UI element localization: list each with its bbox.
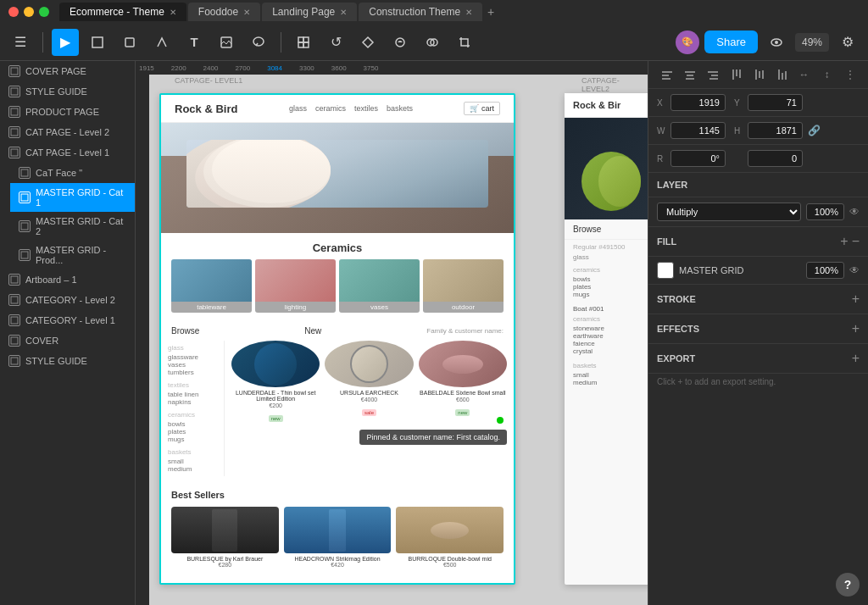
cat-lighting[interactable]: lighting — [255, 259, 336, 313]
new-label[interactable]: New — [304, 326, 321, 336]
r-input[interactable] — [670, 150, 726, 167]
best-seller-1[interactable]: BURLESQUE by Karl Brauer €280 — [171, 507, 279, 568]
cat-outdoor[interactable]: outdoor — [423, 259, 504, 313]
best-seller-2[interactable]: HEADCROWN Strikimag Edition €420 — [284, 507, 392, 568]
product-card-1[interactable]: LUNDERDALE - Thin bowl set Limited Editi… — [231, 341, 320, 476]
align-center-button[interactable] — [680, 64, 699, 85]
help-button[interactable]: ? — [836, 573, 860, 597]
x-input[interactable] — [670, 94, 726, 111]
preview-button[interactable] — [763, 29, 790, 56]
more-align-button[interactable]: ⋮ — [840, 64, 860, 85]
sidebar-ceramics-item3[interactable]: mugs — [168, 436, 217, 443]
artboard-secondary[interactable]: Rock & Bir Table Browse Regular #491500 … — [565, 93, 648, 585]
nav-ceramics[interactable]: ceramics — [315, 104, 346, 113]
menu-button[interactable]: ☰ — [7, 29, 34, 56]
canvas-content[interactable]: CATPAGE- LEVEL1 CATPAGE- LEVEL2 Rock & B… — [149, 75, 648, 605]
h-input[interactable] — [748, 122, 803, 139]
minimize-button[interactable] — [24, 7, 34, 17]
tab-close-fooddoe[interactable]: ✕ — [243, 8, 250, 17]
export-add-button[interactable]: + — [852, 351, 860, 366]
align-bottom-button[interactable] — [771, 64, 791, 85]
align-right-button[interactable] — [703, 64, 722, 85]
layer-item-category-2[interactable]: CATEGORY - Level 2 — [0, 290, 135, 310]
maximize-button[interactable] — [39, 7, 49, 17]
layer-item-style-guide[interactable]: STYLE GUIDE — [0, 81, 135, 102]
sidebar-baskets-item2[interactable]: medium — [168, 465, 217, 473]
user-avatar[interactable]: 🎨 — [676, 31, 699, 54]
text-tool-button[interactable]: T — [181, 29, 208, 56]
shop-cart[interactable]: 🛒 cart — [464, 102, 500, 115]
image-tool-button[interactable] — [213, 29, 240, 56]
product-card-2[interactable]: URSULA EARCHECK €4000 sale — [325, 341, 413, 476]
lock-ratio-icon[interactable]: 🔗 — [808, 125, 821, 136]
fill-opacity-input[interactable] — [806, 262, 844, 279]
browse-label[interactable]: Browse — [171, 326, 199, 336]
artboard2-browse[interactable]: Browse — [565, 219, 648, 240]
boolean-union-icon[interactable] — [419, 29, 446, 56]
share-button[interactable]: Share — [704, 31, 758, 53]
blend-mode-select[interactable]: Multiply Normal Screen Overlay — [657, 203, 801, 221]
distribute-v-button[interactable]: ↕ — [817, 64, 837, 85]
best-seller-3[interactable]: BURRLOQUE Double-bowl mid €500 — [396, 507, 504, 568]
sidebar-ceramics-item1[interactable]: bowls — [168, 420, 217, 428]
nav-glass[interactable]: glass — [289, 104, 307, 113]
crop-icon[interactable] — [451, 29, 478, 56]
pen-tool-button[interactable] — [148, 29, 175, 56]
nav-baskets[interactable]: baskets — [387, 104, 413, 113]
layer-item-master-grid-cat2[interactable]: MASTER GRID - Cat 2 — [10, 212, 135, 241]
sidebar-textiles-item1[interactable]: table linen — [168, 391, 217, 398]
sidebar-ceramics-item2[interactable]: plates — [168, 428, 217, 436]
layer-item-style-guide2[interactable]: STYLE GUIDE — [0, 351, 135, 371]
sidebar-baskets-item1[interactable]: small — [168, 458, 217, 465]
layer-item-master-grid-prod[interactable]: MASTER GRID - Prod... — [10, 241, 135, 269]
canvas-area[interactable]: 1915 2200 2400 2700 3084 3300 3600 3750 … — [136, 61, 648, 605]
tab-close-ecommerce[interactable]: ✕ — [170, 8, 176, 17]
stroke-add-button[interactable]: + — [852, 291, 860, 307]
fill-visibility-icon[interactable]: 👁 — [849, 264, 860, 276]
arrange-button[interactable] — [290, 29, 317, 56]
tab-fooddoe[interactable]: Fooddoe✕ — [188, 3, 260, 21]
fill-color-swatch[interactable] — [657, 262, 674, 279]
add-tab-button[interactable]: + — [487, 5, 494, 19]
effects-add-button[interactable]: + — [852, 321, 860, 336]
layer-item-master-grid-cat1[interactable]: MASTER GRID - Cat 1 — [10, 183, 135, 212]
layer-item-cat-page-1[interactable]: CAT PAGE - Level 1 — [0, 142, 135, 163]
distribute-h-button[interactable]: ↔ — [794, 64, 814, 85]
align-middle-button[interactable] — [748, 64, 768, 85]
mask-icon[interactable] — [387, 29, 414, 56]
layer-item-artboard-1[interactable]: Artboard – 1 — [0, 269, 135, 290]
shape-tool-button[interactable] — [116, 29, 143, 56]
product-card-3[interactable]: BABELDALE Sixtene Bowl small €600 new — [419, 341, 507, 476]
cat-tableware[interactable]: tableware — [171, 259, 252, 313]
undo-button[interactable]: ↺ — [322, 29, 349, 56]
comment-tool-button[interactable] — [245, 29, 272, 56]
sidebar-glass-item1[interactable]: glassware — [168, 353, 217, 361]
sidebar-glass-item3[interactable]: tumblers — [168, 369, 217, 376]
layer-item-cat-face[interactable]: CaT Face " — [10, 163, 135, 183]
artboard-main[interactable]: Rock & Bird glass ceramics textiles bask… — [159, 93, 515, 585]
opacity-input[interactable] — [806, 203, 844, 220]
tab-ecommerce[interactable]: Ecommerce - Theme✕ — [59, 3, 186, 21]
frame-tool-button[interactable] — [84, 29, 111, 56]
tab-close-landing[interactable]: ✕ — [340, 8, 347, 17]
zoom-display[interactable]: 49% — [795, 33, 829, 52]
layer-item-cover[interactable]: COVER — [0, 330, 135, 351]
tab-close-construction[interactable]: ✕ — [465, 8, 472, 17]
component-icon[interactable] — [354, 29, 381, 56]
layer-item-cat-page-2[interactable]: CAT PAGE - Level 2 — [0, 122, 135, 142]
sidebar-textiles-item2[interactable]: napkins — [168, 398, 217, 406]
fill-add-button[interactable]: + — [840, 234, 848, 249]
select-tool-button[interactable]: ▶ — [52, 29, 79, 56]
layer-item-category-1[interactable]: CATEGORY - Level 1 — [0, 310, 135, 330]
y-input[interactable] — [748, 94, 803, 111]
fill-remove-button[interactable]: − — [852, 234, 860, 249]
tab-construction[interactable]: Construction Theme✕ — [359, 3, 482, 21]
visibility-icon[interactable]: 👁 — [849, 206, 860, 218]
align-top-button[interactable] — [726, 64, 745, 85]
layer-item-product-page[interactable]: PRODUCT PAGE — [0, 102, 135, 122]
align-left-button[interactable] — [657, 64, 676, 85]
close-button[interactable] — [8, 7, 19, 17]
nav-textiles[interactable]: textiles — [354, 104, 378, 113]
sidebar-glass-item2[interactable]: vases — [168, 361, 217, 369]
w-input[interactable] — [670, 122, 726, 139]
